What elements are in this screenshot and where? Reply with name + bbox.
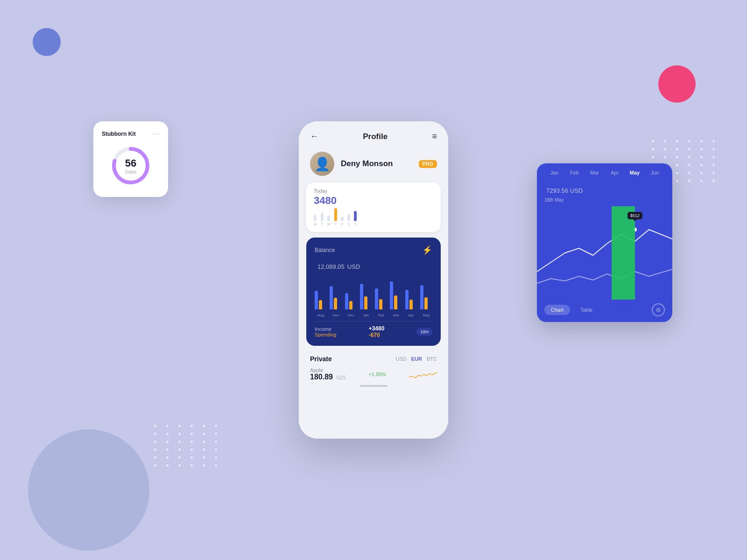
chart-tab-table[interactable]: Table [574,305,599,315]
balance-amount: 12,089.05USD [315,257,432,272]
stock-row: Apple 180.89 UZS +1.93% [310,367,437,381]
spending-value: -670 [369,332,385,338]
bg-circle-blue [33,28,61,56]
currency-btc[interactable]: BTC [427,356,437,362]
month-jun[interactable]: Jun [645,170,665,175]
chart-big-value: 7293.56USD [544,179,665,196]
avatar [310,152,334,176]
income-row: Income Spending +3480 -670 10m [315,321,432,338]
today-bars: M T W T F [314,210,433,226]
income-label: Income [315,326,337,332]
bg-circle-pink [658,65,696,103]
stock-unit: UZS [336,375,345,380]
balance-label: Balance ⚡ [315,245,432,255]
month-mar[interactable]: Mar [585,170,605,175]
stubborn-kit-card: Stubborn Kit ··· 56 Sales [93,121,168,197]
phone-frame: ← Profile ≡ Deny Monson PRO Today 3480 M… [299,121,448,439]
month-jan[interactable]: Jan [544,170,564,175]
green-highlight [612,206,635,300]
stock-name: Apple [310,367,345,373]
more-options-icon[interactable]: ··· [152,130,160,138]
pro-badge: PRO [419,160,437,168]
mini-chart [409,369,437,380]
month-feb[interactable]: Feb [564,170,585,175]
chart-months: Jan Feb Mar Apr May Jun [537,163,672,179]
private-section: Private USD EUR BTC Apple 180.89 UZS +1.… [299,350,448,439]
balance-card: Balance ⚡ 12,089.05USD Aug Nov Dec Jan F… [306,238,441,346]
spending-label: Spending [315,332,337,337]
private-header: Private USD EUR BTC [310,355,437,363]
chart-card-footer: Chart Table ⊙ [537,300,672,320]
page-title: Profile [363,132,388,141]
dot-grid-left [154,425,221,467]
private-title: Private [310,355,332,363]
profile-name: Deny Monson [341,159,419,168]
phone-header: ← Profile ≡ [299,121,448,147]
stubborn-title: Stubborn Kit [102,131,136,137]
donut-value: 56 [125,157,136,169]
stock-value: 180.89 [310,373,333,381]
chart-card: Jan Feb Mar Apr May Jun 7293.56USD 18th … [537,163,672,322]
currency-eur[interactable]: EUR [411,356,422,362]
chart-settings-icon[interactable]: ⊙ [652,303,665,316]
chart-date: 18th May [537,197,672,206]
month-may[interactable]: May [625,170,645,175]
chart-tab-chart[interactable]: Chart [544,305,570,315]
bg-circle-purple [28,429,149,551]
today-widget: Today 3480 M T W T [306,182,441,232]
currency-tabs: USD EUR BTC [396,356,437,362]
line-chart-area: $512 [537,206,672,300]
today-label: Today [314,188,433,194]
donut-chart: 56 Sales [102,145,160,187]
chart-value-section: 7293.56USD [537,179,672,197]
today-value: 3480 [314,195,433,207]
profile-section: Deny Monson PRO [299,147,448,182]
month-apr[interactable]: Apr [605,170,625,175]
chart-labels: Aug Nov Dec Jan Feb Mar Apr May [315,313,432,317]
line-chart-svg [537,206,672,300]
menu-icon[interactable]: ≡ [432,132,437,141]
chart-tab-group: Chart Table [544,305,599,315]
income-value: +3480 [369,325,385,332]
stock-change: +1.93% [368,371,386,377]
lightning-icon: ⚡ [422,245,432,255]
currency-usd[interactable]: USD [396,356,407,362]
back-button[interactable]: ← [310,132,318,141]
scroll-indicator [359,385,388,387]
donut-sublabel: Sales [125,169,136,175]
chart-tooltip: $512 [627,212,642,219]
balance-chart [315,277,432,309]
period-badge[interactable]: 10m [416,328,432,336]
